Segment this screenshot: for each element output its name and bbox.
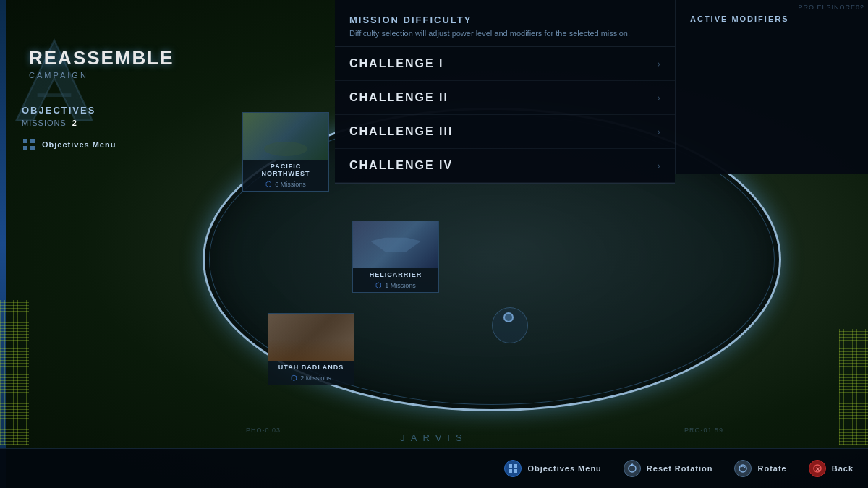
back-button[interactable]: ✕ Back bbox=[809, 460, 854, 477]
challenge-ii-button[interactable]: CHALLENGE II › bbox=[335, 81, 675, 115]
objectives-menu-button[interactable]: Objectives Menu bbox=[22, 134, 116, 155]
top-right-info: PRO.ELSINORE02 bbox=[798, 4, 864, 11]
chevron-right-icon-2: › bbox=[657, 92, 660, 103]
challenge-iv-label: CHALLENGE IV bbox=[349, 159, 453, 172]
utah-badlands-missions: ⬡ 2 Missions bbox=[268, 372, 354, 385]
objectives-menu-bottom-button[interactable]: Objectives Menu bbox=[504, 460, 601, 477]
svg-point-8 bbox=[629, 465, 636, 472]
svg-rect-3 bbox=[30, 146, 35, 150]
challenge-i-button[interactable]: CHALLENGE I › bbox=[335, 47, 675, 81]
svg-text:✕: ✕ bbox=[814, 466, 820, 473]
svg-rect-5 bbox=[514, 464, 517, 468]
challenge-iii-button[interactable]: CHALLENGE III › bbox=[335, 115, 675, 149]
modifiers-title: ACTIVE MODIFIERS bbox=[690, 14, 854, 23]
grid-deco-right bbox=[839, 329, 868, 445]
utah-badlands-mission-count: 2 Missions bbox=[300, 374, 331, 382]
back-label: Back bbox=[832, 464, 854, 473]
pacific-northwest-title: PACIFIC NORTHWEST bbox=[243, 160, 328, 179]
difficulty-description: Difficulty selection will adjust power l… bbox=[349, 28, 660, 39]
objectives-menu-bottom-label: Objectives Menu bbox=[527, 464, 601, 473]
svg-rect-0 bbox=[23, 139, 27, 143]
utah-badlands-card[interactable]: UTAH BADLANDS ⬡ 2 Missions bbox=[268, 313, 354, 385]
bottom-bar: Objectives Menu Reset Rotation Rotate ✕ … bbox=[0, 448, 868, 488]
helicarrier-card[interactable]: HELICARRIER ⬡ 1 Missions bbox=[352, 221, 439, 293]
version-right: PRO-01.59 bbox=[684, 427, 723, 434]
hud-dot bbox=[503, 312, 514, 322]
difficulty-title: MISSION DIFFICULTY bbox=[349, 14, 660, 25]
svg-rect-7 bbox=[514, 469, 517, 473]
chevron-right-icon: › bbox=[657, 58, 660, 69]
objectives-menu-icon bbox=[504, 460, 522, 477]
challenge-iv-button[interactable]: CHALLENGE IV › bbox=[335, 149, 675, 183]
pacific-northwest-missions: ⬡ 6 Missions bbox=[243, 179, 328, 191]
chevron-right-icon-4: › bbox=[657, 160, 660, 171]
helicarrier-title: HELICARRIER bbox=[353, 268, 438, 280]
helicarrier-mission-count: 1 Missions bbox=[385, 282, 416, 289]
objectives-menu-label: Objectives Menu bbox=[42, 140, 116, 149]
challenge-i-label: CHALLENGE I bbox=[349, 57, 443, 70]
reset-rotation-icon bbox=[624, 460, 641, 477]
challenge-iii-label: CHALLENGE III bbox=[349, 125, 453, 138]
back-icon: ✕ bbox=[809, 460, 826, 477]
jarvis-label: JARVIS bbox=[400, 432, 467, 443]
rotate-icon bbox=[734, 460, 752, 477]
campaign-title-area: REASSEMBLE CAMPAIGN bbox=[29, 47, 174, 80]
svg-rect-1 bbox=[30, 139, 35, 143]
objectives-area: OBJECTIVES MISSIONS 2 Objectives Menu bbox=[22, 105, 116, 155]
missions-label: MISSIONS bbox=[22, 119, 67, 127]
pacific-northwest-card[interactable]: PACIFIC NORTHWEST ⬡ 6 Missions bbox=[242, 112, 329, 192]
version-left: PHO-0.03 bbox=[246, 427, 281, 434]
mission-icon: ⬡ bbox=[265, 180, 272, 188]
campaign-main-title: REASSEMBLE bbox=[29, 47, 174, 69]
challenge-ii-label: CHALLENGE II bbox=[349, 91, 448, 104]
svg-rect-4 bbox=[509, 464, 512, 468]
difficulty-header: MISSION DIFFICULTY Difficulty selection … bbox=[335, 0, 675, 47]
reset-rotation-button[interactable]: Reset Rotation bbox=[624, 460, 713, 477]
utah-badlands-image bbox=[268, 314, 354, 361]
chevron-right-icon-3: › bbox=[657, 126, 660, 137]
rotate-button[interactable]: Rotate bbox=[734, 460, 786, 477]
rotate-label: Rotate bbox=[757, 464, 786, 473]
svg-rect-6 bbox=[509, 469, 512, 473]
difficulty-panel: MISSION DIFFICULTY Difficulty selection … bbox=[335, 0, 675, 184]
helicarrier-image bbox=[353, 221, 438, 268]
helicarrier-missions: ⬡ 1 Missions bbox=[353, 280, 438, 292]
helicarrier-shape bbox=[370, 236, 421, 254]
utah-badlands-title: UTAH BADLANDS bbox=[268, 361, 354, 372]
grid-icon bbox=[22, 137, 36, 152]
reset-rotation-label: Reset Rotation bbox=[647, 464, 713, 473]
missions-count: 2 bbox=[72, 119, 77, 127]
objectives-label: OBJECTIVES bbox=[22, 105, 116, 116]
grid-deco-left bbox=[0, 300, 29, 445]
pacific-northwest-mission-count: 6 Missions bbox=[275, 181, 306, 188]
mission-icon-3: ⬡ bbox=[291, 374, 297, 382]
svg-rect-2 bbox=[23, 146, 27, 150]
pacific-northwest-image bbox=[243, 113, 328, 160]
active-modifiers-panel: ACTIVE MODIFIERS bbox=[675, 0, 868, 174]
missions-row: MISSIONS 2 bbox=[22, 119, 116, 127]
campaign-subtitle: CAMPAIGN bbox=[29, 71, 174, 80]
mission-icon-2: ⬡ bbox=[375, 281, 382, 289]
